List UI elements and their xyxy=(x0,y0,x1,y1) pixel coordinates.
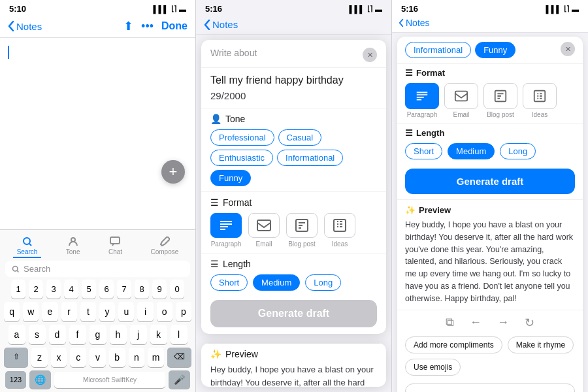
status-icons-2: ▌▌▌ ⌊⌉ ▬ xyxy=(350,5,382,13)
key-x[interactable]: x xyxy=(51,348,67,367)
chip-enthusiastic[interactable]: Enthusiastic xyxy=(210,150,273,166)
p3-format-paragraph[interactable]: Paragraph xyxy=(405,83,439,118)
key-p[interactable]: p xyxy=(176,302,191,321)
key-f[interactable]: f xyxy=(69,325,86,344)
key-t[interactable]: t xyxy=(80,302,96,321)
key-m[interactable]: m xyxy=(148,348,164,367)
p3-format-email[interactable]: Email xyxy=(444,83,478,118)
p3-back-icon[interactable]: ← xyxy=(470,316,482,330)
key-8[interactable]: 8 xyxy=(135,280,149,299)
tone-title: 👤 Tone xyxy=(210,114,377,124)
panel-compose-modal: 5:16 ▌▌▌ ⌊⌉ ▬ Notes Write about ✕ Tell m… xyxy=(196,0,392,392)
key-0[interactable]: 0 xyxy=(170,280,184,299)
key-o[interactable]: o xyxy=(157,302,172,321)
key-3[interactable]: 3 xyxy=(46,280,61,299)
p3-chip-emojis[interactable]: Use emojis xyxy=(405,359,461,376)
key-u[interactable]: u xyxy=(118,302,134,321)
key-mic[interactable]: 🎤 xyxy=(169,370,190,389)
chip-professional[interactable]: Professional xyxy=(210,129,274,146)
modal-close-button[interactable]: ✕ xyxy=(363,48,377,62)
keyboard-search-bar[interactable]: Search xyxy=(5,261,190,277)
toolbar-tab-chat[interactable]: Chat xyxy=(105,235,126,258)
toolbar-tab-compose[interactable]: Compose xyxy=(146,235,182,258)
back-button-1[interactable]: Notes xyxy=(8,21,42,32)
toolbar-tab-search[interactable]: Search xyxy=(13,235,42,258)
back-button-2[interactable]: Notes xyxy=(204,19,238,30)
p3-copy-icon[interactable]: ⧉ xyxy=(446,316,454,330)
key-e[interactable]: e xyxy=(42,302,57,321)
key-v[interactable]: v xyxy=(90,348,106,367)
format-paragraph[interactable]: Paragraph xyxy=(210,213,242,248)
p3-forward-icon[interactable]: → xyxy=(497,316,509,330)
p3-chip-long[interactable]: Long xyxy=(500,143,536,159)
key-9[interactable]: 9 xyxy=(152,280,167,299)
key-b[interactable]: b xyxy=(109,348,125,367)
chip-informational[interactable]: Informational xyxy=(277,150,343,166)
p3-paragraph-box xyxy=(405,83,439,109)
key-a[interactable]: a xyxy=(8,325,25,344)
key-c[interactable]: c xyxy=(70,348,86,367)
p3-modal-close[interactable]: ✕ xyxy=(561,42,575,56)
key-n[interactable]: n xyxy=(129,348,145,367)
key-l[interactable]: l xyxy=(171,325,188,344)
key-delete[interactable]: ⌫ xyxy=(167,348,191,367)
key-space[interactable]: Microsoft SwiftKey xyxy=(54,372,165,388)
p3-chip-medium[interactable]: Medium xyxy=(448,143,495,159)
compose-fab[interactable]: + xyxy=(161,160,185,184)
p3-sparkles-icon: ✨ xyxy=(405,205,416,215)
p3-format-blog[interactable]: Blog post xyxy=(483,83,517,118)
key-1[interactable]: 1 xyxy=(11,280,25,299)
generate-draft-button[interactable]: Generate draft xyxy=(210,300,377,327)
signal-icon-2: ▌▌▌ xyxy=(350,5,365,13)
key-s[interactable]: s xyxy=(29,325,46,344)
back-label-1: Notes xyxy=(16,21,42,32)
key-i[interactable]: i xyxy=(137,302,153,321)
key-globe[interactable]: 🌐 xyxy=(29,370,51,389)
share-icon[interactable]: ⬆ xyxy=(123,19,133,33)
notes-content[interactable]: + xyxy=(0,38,195,229)
p3-refresh-icon[interactable]: ↻ xyxy=(525,316,534,330)
key-num[interactable]: 123 xyxy=(5,371,26,388)
key-shift[interactable]: ⇧ xyxy=(4,348,28,367)
key-k[interactable]: k xyxy=(150,325,167,344)
chip-medium[interactable]: Medium xyxy=(253,274,300,291)
toolbar-tab-tone[interactable]: Tone xyxy=(62,235,84,258)
p3-format-icon: ☰ xyxy=(405,68,413,78)
back-button-3[interactable]: Notes xyxy=(392,16,588,32)
p3-format-ideas[interactable]: Ideas xyxy=(523,83,557,118)
p3-chip-rhyme[interactable]: Make it rhyme xyxy=(508,336,574,353)
chip-funny[interactable]: Funny xyxy=(210,170,251,186)
key-7[interactable]: 7 xyxy=(117,280,131,299)
key-d[interactable]: d xyxy=(49,325,66,344)
key-q[interactable]: q xyxy=(4,302,20,321)
key-j[interactable]: j xyxy=(130,325,147,344)
key-w[interactable]: w xyxy=(23,302,39,321)
num-row: 1 2 3 4 5 6 7 8 9 0 xyxy=(4,280,191,299)
format-blog[interactable]: Blog post xyxy=(286,213,318,248)
p3-chip-informational[interactable]: Informational xyxy=(405,42,471,58)
format-ideas[interactable]: Ideas xyxy=(324,213,355,248)
status-bar-3: 5:16 ▌▌▌ ⌊⌉ ▬ xyxy=(392,0,588,16)
p3-generate-button[interactable]: Generate draft xyxy=(405,169,575,194)
chip-long[interactable]: Long xyxy=(305,274,341,291)
key-h[interactable]: h xyxy=(110,325,127,344)
key-6[interactable]: 6 xyxy=(99,280,114,299)
key-5[interactable]: 5 xyxy=(82,280,96,299)
key-2[interactable]: 2 xyxy=(29,280,43,299)
chip-casual[interactable]: Casual xyxy=(278,129,321,146)
key-z[interactable]: z xyxy=(31,348,48,367)
key-y[interactable]: y xyxy=(99,302,115,321)
p3-copy-button[interactable]: Copy xyxy=(405,384,575,392)
chip-short[interactable]: Short xyxy=(210,274,248,291)
format-email[interactable]: Email xyxy=(248,213,280,248)
p3-chip-compliments[interactable]: Add more compliments xyxy=(405,336,502,353)
more-icon[interactable]: ••• xyxy=(141,20,154,33)
p3-chip-short[interactable]: Short xyxy=(405,143,442,159)
write-about-label: Write about xyxy=(210,48,257,58)
modal-input-text[interactable]: Tell my friend happy birthday xyxy=(201,68,386,89)
key-g[interactable]: g xyxy=(90,325,106,344)
key-4[interactable]: 4 xyxy=(64,280,78,299)
p3-chip-funny[interactable]: Funny xyxy=(475,42,515,58)
done-button[interactable]: Done xyxy=(161,20,188,32)
key-r[interactable]: r xyxy=(61,302,77,321)
